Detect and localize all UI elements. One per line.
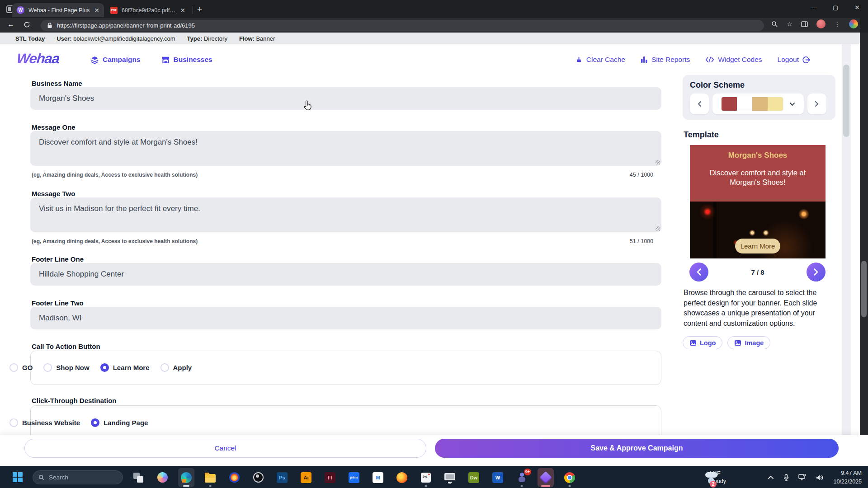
footer-one-input[interactable]: Hilldale Shopping Center <box>30 263 661 286</box>
business-name-label: Business Name <box>32 80 82 87</box>
address-bar[interactable]: https://firstpage.app/panel/banner-from-… <box>41 20 764 31</box>
minimize-button[interactable]: — <box>803 0 825 16</box>
file-explorer-icon[interactable] <box>202 468 218 487</box>
chrome-icon[interactable] <box>561 468 578 487</box>
cta-label: Call To Action Button <box>32 343 100 350</box>
notification-badge: 2 <box>710 481 717 488</box>
reload-button[interactable] <box>24 21 30 28</box>
color-swatch <box>768 97 783 111</box>
carousel-next-button[interactable] <box>807 263 826 282</box>
running-indicator <box>521 485 523 487</box>
photoshop-icon[interactable]: Ps <box>274 468 290 487</box>
word-icon[interactable]: W <box>490 468 506 487</box>
radio-icon <box>9 418 18 427</box>
media-app-icon[interactable] <box>226 468 242 487</box>
task-view-icon[interactable] <box>130 468 146 487</box>
cancel-button[interactable]: Cancel <box>24 439 426 458</box>
bookmark-star-icon[interactable]: ☆ <box>787 20 793 28</box>
radio-learn-more[interactable]: Learn More <box>100 363 150 372</box>
dreamweaver-icon[interactable]: Dw <box>466 468 482 487</box>
message-one-textarea[interactable]: Discover comfort and style at Morgan's S… <box>30 131 661 166</box>
widget-codes-button[interactable]: Widget Codes <box>705 56 762 64</box>
color-scheme-select[interactable] <box>712 94 804 114</box>
image-icon <box>689 340 697 346</box>
radio-shop-now[interactable]: Shop Now <box>43 363 89 372</box>
image-button[interactable]: Image <box>727 336 770 349</box>
footer-two-input[interactable]: Madison, WI <box>30 307 661 329</box>
tab-title: Wehaa - First Page Plus <box>28 7 90 14</box>
destination-label: Click-Through Destination <box>32 397 117 404</box>
obs-studio-icon[interactable] <box>250 468 266 487</box>
tab-pdf[interactable]: PDF 68f7bce9d2a0c.pdf.pdf ✕ <box>106 3 190 17</box>
color-swatch <box>737 97 752 111</box>
firefox-icon[interactable] <box>394 468 410 487</box>
code-icon <box>705 56 714 63</box>
clear-cache-button[interactable]: Clear Cache <box>575 56 625 64</box>
browser-avatar[interactable] <box>816 19 826 28</box>
radio-icon <box>160 363 169 372</box>
banner-cta-button: Learn More <box>735 239 780 253</box>
message-one-counter: 45 / 1000 <box>630 172 653 178</box>
media-app-icon-art <box>229 472 240 483</box>
start-button[interactable] <box>13 472 23 482</box>
weather-widget[interactable]: 2 44°F Cloudy <box>704 466 726 488</box>
browser-scrollbar[interactable] <box>860 33 868 466</box>
volume-icon[interactable] <box>816 474 824 481</box>
snipping-tool-icon[interactable] <box>418 468 434 487</box>
radio-landing-page[interactable]: Landing Page <box>91 418 148 427</box>
display-app-icon[interactable] <box>442 468 458 487</box>
logout-button[interactable]: Logout <box>778 56 810 64</box>
animate-icon[interactable]: Fl <box>322 468 338 487</box>
chevron-up-icon[interactable] <box>768 475 774 479</box>
carousel-position: 7 / 8 <box>690 268 826 276</box>
radio-go[interactable]: GO <box>9 363 33 372</box>
color-scheme-prev-button[interactable] <box>690 94 709 114</box>
message-two-textarea[interactable]: Visit us in Madison for the perfect fit … <box>30 197 661 232</box>
prime-video-icon[interactable]: prime <box>346 468 362 487</box>
business-name-input[interactable]: Morgan's Shoes <box>30 87 661 110</box>
m-app-icon[interactable]: M <box>370 468 386 487</box>
tab-wehaa[interactable]: W Wehaa - First Page Plus ✕ <box>12 3 104 17</box>
edge-icon[interactable] <box>178 468 194 487</box>
nav-businesses[interactable]: Businesses <box>161 56 212 64</box>
radio-apply[interactable]: Apply <box>160 363 192 372</box>
taskbar-search[interactable]: Search <box>33 470 123 484</box>
profile-badge-icon[interactable] <box>849 19 858 28</box>
logo-button[interactable]: Logo <box>683 336 722 349</box>
illustrator-icon[interactable]: Ai <box>298 468 314 487</box>
browser-scrollbar-thumb[interactable] <box>861 261 867 317</box>
wehaa-logo[interactable]: Wehaa <box>16 51 60 67</box>
nav-campaigns[interactable]: Campaigns <box>90 56 141 64</box>
close-tab-icon[interactable]: ✕ <box>180 7 185 14</box>
radio-business-website[interactable]: Business Website <box>9 418 80 427</box>
copilot-icon[interactable] <box>154 468 170 487</box>
side-panel-icon[interactable] <box>801 21 808 27</box>
maximize-button[interactable]: ▢ <box>825 0 846 16</box>
screen: W Wehaa - First Page Plus ✕ PDF 68f7bce9… <box>0 0 868 488</box>
back-button[interactable]: ← <box>7 20 14 28</box>
search-lens-icon[interactable] <box>771 21 778 28</box>
firefox-icon-art <box>396 472 407 483</box>
tab-separator <box>193 6 193 14</box>
color-scheme-next-button[interactable] <box>807 94 826 114</box>
layers-icon <box>90 56 99 64</box>
page-scrollbar-thumb[interactable] <box>843 65 849 137</box>
site-reports-button[interactable]: Site Reports <box>641 56 690 64</box>
template-description: Browse through the carousel to select th… <box>684 288 835 329</box>
notes-app-icon[interactable] <box>538 468 554 487</box>
footer-two-label: Footer Line Two <box>32 299 84 307</box>
network-icon[interactable] <box>798 474 807 481</box>
teams-icon[interactable]: 9+ <box>514 468 530 487</box>
radio-icon <box>91 418 99 427</box>
page-scrollbar[interactable] <box>842 44 851 435</box>
save-approve-button[interactable]: Save & Approve Campaign <box>435 439 839 458</box>
new-tab-button[interactable]: + <box>197 5 202 14</box>
prime-video-icon-art: prime <box>349 472 359 483</box>
system-tray: 9:47 AM 10/22/2025 <box>768 466 862 488</box>
menu-dots-icon[interactable]: ⋮ <box>834 20 840 28</box>
close-tab-icon[interactable]: ✕ <box>94 7 99 14</box>
chevron-right-icon <box>815 101 819 107</box>
banner-preview[interactable]: Morgan's Shoes Discover comfort and styl… <box>690 145 826 258</box>
taskbar-clock[interactable]: 9:47 AM 10/22/2025 <box>833 469 862 485</box>
microphone-icon[interactable] <box>783 474 789 481</box>
